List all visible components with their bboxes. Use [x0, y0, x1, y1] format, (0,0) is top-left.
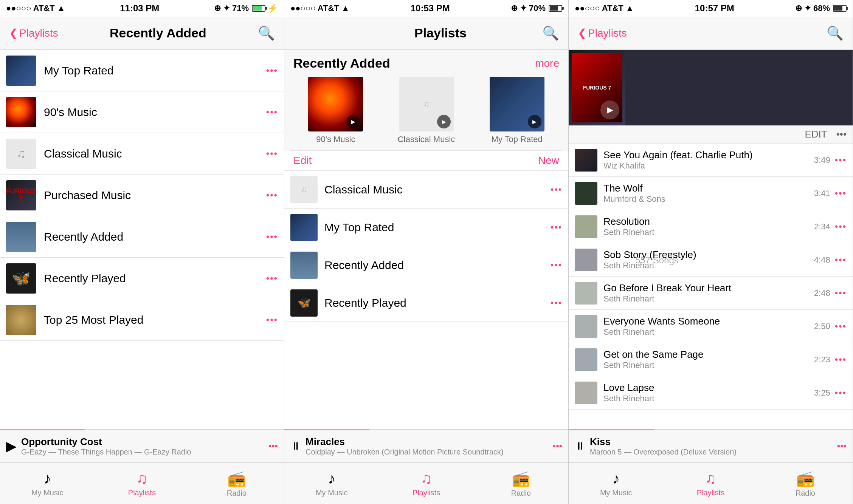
new-button-2[interactable]: New	[538, 155, 559, 167]
panel-3: ●●○○○ AT&T ▲ 10:57 PM ⊕ ✦ 68% ❮ Playlist…	[569, 0, 853, 504]
battery-pct-1: 71%	[232, 3, 249, 13]
now-playing-subtitle-2: Coldplay — Unbroken (Original Motion Pic…	[306, 448, 553, 456]
list-item[interactable]: Recently Added •••	[0, 216, 284, 258]
tab-label-radio-1: Radio	[227, 489, 247, 498]
play-button-1[interactable]: ▶	[6, 438, 17, 454]
more-button[interactable]: •••	[551, 298, 562, 308]
song-thumb	[575, 348, 597, 371]
p2-thumb-top-rated	[290, 214, 318, 241]
battery-fill-1	[253, 6, 262, 11]
panel-2: ●●○○○ AT&T ▲ 10:53 PM ⊕ ✦ 70% Playlists …	[284, 0, 569, 504]
featured-album-classical[interactable]: ♫ ▶ Classical Music	[381, 77, 472, 144]
playlist-thumb-90s	[6, 97, 36, 127]
list-item[interactable]: 90's Music •••	[0, 91, 284, 133]
list-item[interactable]: ♫ Classical Music •••	[0, 133, 284, 175]
playlist-thumb-top25	[6, 305, 36, 335]
p2-playlist-name: Recently Added	[324, 259, 551, 272]
more-button[interactable]: •••	[266, 232, 278, 242]
search-button-1[interactable]: 🔍	[258, 25, 275, 41]
list-item[interactable]: My Top Rated •••	[284, 209, 568, 246]
playlist-thumb-recently-added	[6, 222, 36, 252]
edit-button-2[interactable]: Edit	[293, 155, 312, 167]
back-label-3: Playlists	[588, 27, 627, 39]
album-title-3: Purchased Music	[635, 239, 847, 253]
music-tab-icon-2: ♪	[328, 470, 335, 487]
chevron-left-icon-3: ❮	[578, 27, 586, 39]
list-item[interactable]: Recently Added •••	[284, 246, 568, 284]
song-thumb	[575, 282, 597, 305]
butterfly-icon: 🦋	[12, 269, 31, 287]
featured-album-top-rated[interactable]: ▶ My Top Rated	[471, 77, 562, 144]
playlist-name: Recently Added	[44, 230, 266, 243]
now-playing-subtitle-3: Maroon 5 — Overexposed (Deluxe Version)	[590, 448, 837, 456]
featured-album-90s[interactable]: ▶ 90's Music	[290, 77, 381, 144]
play-overlay-classical[interactable]: ▶	[437, 115, 451, 128]
list-item[interactable]: Top 25 Most Played •••	[0, 299, 284, 341]
nav-title-2: Playlists	[414, 26, 467, 40]
tab-label-radio-2: Radio	[511, 489, 531, 498]
tab-radio-1[interactable]: 📻 Radio	[189, 470, 284, 498]
list-item[interactable]: FURIOUS 7 Purchased Music •••	[0, 175, 284, 216]
status-bar-1: ●●○○○ AT&T ▲ 11:03 PM ⊕ ✦ 71% ⚡	[0, 0, 284, 17]
now-playing-title-3: Kiss	[590, 436, 837, 448]
status-left-3: ●●○○○ AT&T ▲	[575, 3, 634, 13]
song-thumb	[575, 149, 597, 172]
song-thumb	[575, 315, 597, 338]
more-button[interactable]: •••	[266, 315, 278, 325]
back-button-3[interactable]: ❮ Playlists	[578, 27, 627, 39]
pause-button-2[interactable]: ⏸	[290, 440, 301, 452]
play-overlay-top-rated[interactable]: ▶	[528, 115, 541, 128]
now-playing-more-1[interactable]: •••	[268, 441, 278, 451]
tab-my-music-1[interactable]: ♪ My Music	[0, 470, 95, 497]
featured-name-top-rated: My Top Rated	[492, 135, 543, 144]
play-overlay-90s[interactable]: ▶	[346, 115, 360, 128]
more-button[interactable]: •••	[551, 222, 562, 233]
status-right-1: ⊕ ✦ 71% ⚡	[214, 3, 278, 13]
battery-pct-2: 70%	[529, 3, 546, 13]
nav-bar-2: Playlists 🔍	[284, 17, 568, 50]
song-thumb	[575, 249, 597, 271]
carrier-2: ●●○○○ AT&T	[290, 3, 339, 13]
more-button[interactable]: •••	[266, 65, 278, 76]
more-button[interactable]: •••	[266, 107, 278, 117]
now-playing-more-3[interactable]: •••	[837, 441, 847, 451]
more-button[interactable]: •••	[266, 148, 278, 159]
playlist-thumb-recently-played: 🦋	[6, 263, 36, 294]
now-playing-info-2: Miracles Coldplay — Unbroken (Original M…	[306, 436, 553, 456]
list-item[interactable]: 🦋 Recently Played •••	[284, 284, 568, 322]
now-playing-info-3: Kiss Maroon 5 — Overexposed (Deluxe Vers…	[590, 436, 837, 456]
wifi-icon-2: ▲	[341, 3, 350, 13]
playlist-name: Purchased Music	[44, 189, 266, 202]
more-button[interactable]: •••	[266, 273, 278, 284]
status-left-2: ●●○○○ AT&T ▲	[290, 3, 350, 13]
song-thumb	[575, 182, 597, 205]
now-playing-more-2[interactable]: •••	[553, 441, 562, 451]
tab-playlists-2[interactable]: ♫ Playlists	[379, 470, 473, 497]
tab-label-my-music-3: My Music	[600, 489, 632, 497]
back-label-1: Playlists	[19, 27, 58, 39]
status-right-2: ⊕ ✦ 70%	[511, 3, 562, 13]
list-item[interactable]: ♫ Classical Music •••	[284, 171, 568, 209]
album-play-button-3[interactable]: ▶	[600, 100, 619, 119]
playlist-name: 90's Music	[44, 106, 266, 119]
p2-playlist-name: Recently Played	[324, 297, 551, 309]
edit-new-bar-2: Edit New	[284, 151, 568, 171]
more-button[interactable]: •••	[266, 190, 278, 201]
back-button-1[interactable]: ❮ Playlists	[9, 27, 58, 39]
pause-button-3[interactable]: ⏸	[575, 440, 585, 452]
more-button[interactable]: •••	[551, 260, 562, 271]
list-item[interactable]: My Top Rated •••	[0, 50, 284, 91]
battery-1	[252, 5, 265, 12]
tab-playlists-1[interactable]: ♫ Playlists	[95, 470, 189, 497]
tab-my-music-2[interactable]: ♪ My Music	[284, 470, 379, 497]
p2-playlist-name: Classical Music	[324, 183, 551, 196]
tab-radio-2[interactable]: 📻 Radio	[474, 470, 568, 498]
playlists-tab-icon-1: ♫	[136, 470, 147, 487]
music-icon-2: ♫	[423, 99, 430, 109]
radio-tab-icon-2: 📻	[512, 470, 530, 487]
more-link-2[interactable]: more	[535, 57, 559, 70]
search-button-2[interactable]: 🔍	[542, 25, 559, 41]
featured-name-90s: 90's Music	[316, 135, 355, 144]
list-item[interactable]: 🦋 Recently Played •••	[0, 258, 284, 299]
more-button[interactable]: •••	[551, 184, 562, 195]
